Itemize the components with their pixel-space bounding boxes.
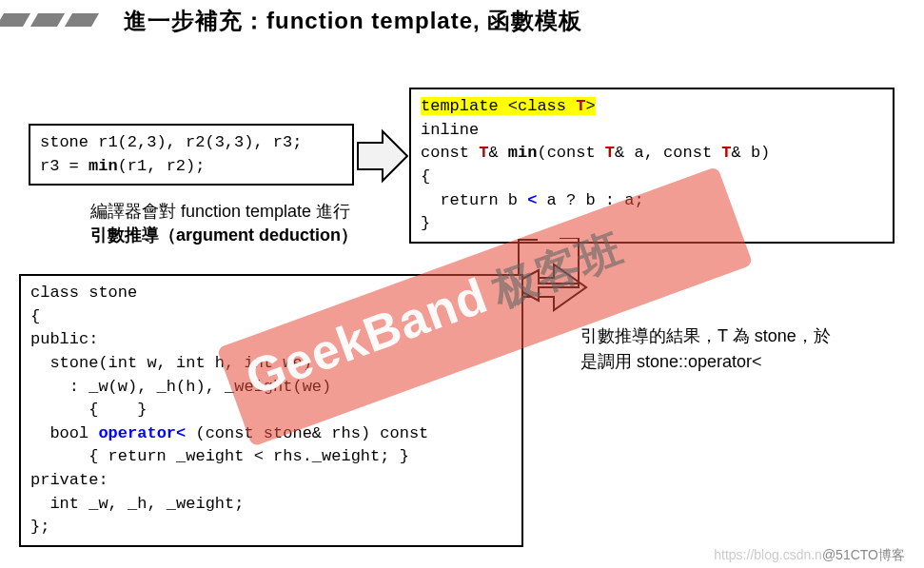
code-line: inline: [421, 121, 479, 139]
code-line: bool operator< (const stone& rhs) const: [30, 424, 428, 442]
text: template <class: [421, 97, 576, 115]
code-line: : _w(w), _h(h), _weight(we): [30, 378, 331, 396]
text: (const stone& rhs) const: [186, 424, 428, 442]
stripe: [30, 13, 65, 27]
footer-attribution: https://blog.csdn.n@51CTO博客: [714, 547, 905, 564]
type-T: T: [605, 144, 615, 162]
footer-site: @51CTO博客: [822, 547, 905, 562]
caption-line: 是調用 stone::operator<: [580, 352, 762, 371]
code-line: class stone: [30, 284, 137, 302]
caption-line-bold: 引數推導（argument deduction）: [90, 225, 358, 245]
text: & a, const: [615, 144, 721, 162]
caption-line: 編譯器會對 function template 進行: [90, 202, 350, 221]
text: (const: [537, 144, 604, 162]
type-T: T: [479, 144, 488, 162]
text: & b): [731, 144, 770, 162]
code-line: stone(int w, int h, int we): [30, 354, 312, 372]
code-line-highlight: template <class T>: [421, 97, 596, 115]
text: &: [488, 144, 507, 162]
header-stripes: [0, 13, 95, 27]
operator-lt: operator<: [98, 424, 186, 442]
type-T: T: [576, 97, 585, 115]
arrow-right-icon: [356, 126, 409, 186]
stripe: [0, 13, 30, 27]
text: a ? b : a;: [537, 191, 643, 209]
code-line: }: [421, 214, 430, 232]
code-line: r3 = min(r1, r2);: [40, 157, 205, 175]
code-line: { }: [30, 401, 147, 419]
code-line: };: [30, 518, 49, 536]
text: return b: [421, 191, 527, 209]
code-line: stone r1(2,3), r2(3,3), r3;: [40, 133, 302, 151]
operator-lt: <: [527, 191, 537, 209]
text: (r1, r2);: [118, 157, 206, 175]
code-class-stone: class stone { public: stone(int w, int h…: [19, 274, 523, 547]
fn-min: min: [88, 157, 118, 175]
code-line: int _w, _h, _weight;: [30, 495, 244, 513]
code-line: {: [421, 167, 430, 186]
code-usage: stone r1(2,3), r2(3,3), r3; r3 = min(r1,…: [29, 124, 354, 186]
stripe: [65, 13, 99, 27]
code-template: template <class T> inline const T& min(c…: [409, 88, 895, 244]
page-title: 進一步補充：function template, 函數模板: [124, 6, 582, 36]
text: bool: [30, 424, 98, 442]
text: const: [421, 144, 479, 162]
caption-line: 引數推導的結果，T 為 stone，於: [580, 326, 831, 345]
code-line: const T& min(const T& a, const T& b): [421, 144, 770, 162]
code-line: return b < a ? b : a;: [421, 191, 644, 209]
caption-deduction-result: 引數推導的結果，T 為 stone，於 是調用 stone::operator<: [580, 323, 904, 375]
code-line: { return _weight < rhs._weight; }: [30, 447, 409, 465]
code-line: {: [30, 307, 40, 325]
text: >: [585, 97, 595, 115]
caption-argument-deduction: 編譯器會對 function template 進行 引數推導（argument…: [90, 200, 395, 247]
text: r3 =: [40, 157, 88, 175]
type-T: T: [721, 144, 731, 162]
footer-url: https://blog.csdn.n: [714, 547, 822, 562]
code-line: private:: [30, 471, 108, 489]
fn-min: min: [508, 144, 538, 162]
code-line: public:: [30, 330, 98, 348]
